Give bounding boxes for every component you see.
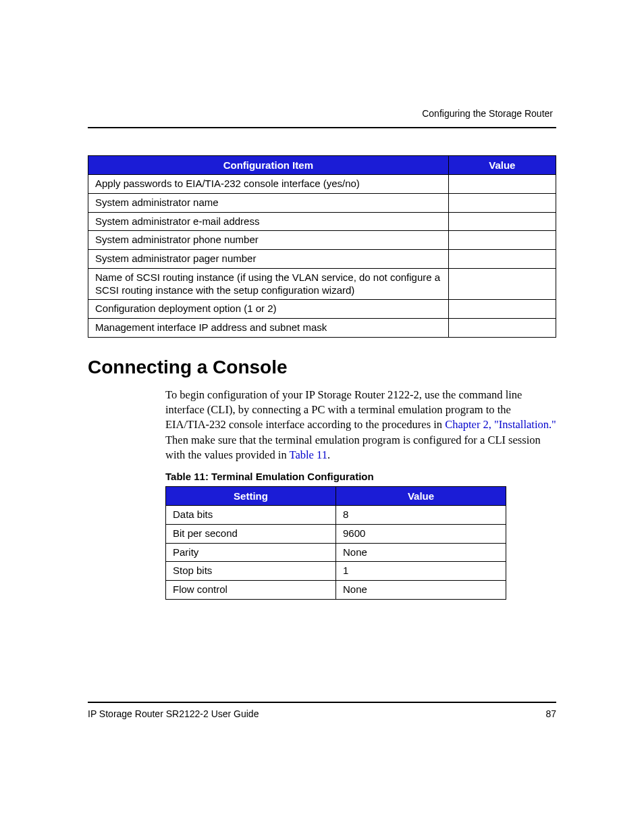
config-table-header-item: Configuration Item <box>88 156 449 175</box>
terminal-table-header-value: Value <box>336 487 506 506</box>
config-item-cell: System administrator name <box>88 193 449 212</box>
terminal-value-cell: 9600 <box>336 524 506 543</box>
terminal-value-cell: 8 <box>336 506 506 525</box>
terminal-value-cell: None <box>336 581 506 600</box>
table-row: Bit per second9600 <box>166 524 506 543</box>
config-value-cell <box>448 175 556 194</box>
terminal-setting-cell: Data bits <box>166 506 336 525</box>
terminal-setting-cell: Bit per second <box>166 524 336 543</box>
footer-page-number: 87 <box>545 708 556 719</box>
config-value-cell <box>448 231 556 250</box>
config-value-cell <box>448 319 556 338</box>
config-item-cell: Name of SCSI routing instance (if using … <box>88 268 449 300</box>
config-value-cell <box>448 300 556 319</box>
table-row: System administrator phone number <box>88 231 556 250</box>
config-item-cell: System administrator pager number <box>88 250 449 269</box>
table-row: Name of SCSI routing instance (if using … <box>88 268 556 300</box>
config-item-cell: Configuration deployment option (1 or 2) <box>88 300 449 319</box>
terminal-emulation-table: Setting Value Data bits8 Bit per second9… <box>165 486 506 600</box>
config-value-cell <box>448 268 556 300</box>
body-paragraph: To begin configuration of your IP Storag… <box>165 388 556 463</box>
table-row: Data bits8 <box>166 506 506 525</box>
footer-rule <box>88 702 556 703</box>
table-row: Flow controlNone <box>166 581 506 600</box>
terminal-table-header-setting: Setting <box>166 487 336 506</box>
terminal-setting-cell: Parity <box>166 543 336 562</box>
table-row: Stop bits1 <box>166 562 506 581</box>
link-chapter-2[interactable]: Chapter 2, "Installation." <box>445 418 556 431</box>
config-item-cell: System administrator e-mail address <box>88 212 449 231</box>
table-row: System administrator pager number <box>88 250 556 269</box>
table-row: Configuration deployment option (1 or 2) <box>88 300 556 319</box>
terminal-setting-cell: Flow control <box>166 581 336 600</box>
config-item-cell: Apply passwords to EIA/TIA-232 console i… <box>88 175 449 194</box>
configuration-item-table: Configuration Item Value Apply passwords… <box>88 155 556 338</box>
table-row: Management interface IP address and subn… <box>88 319 556 338</box>
terminal-value-cell: 1 <box>336 562 506 581</box>
para-text: . <box>327 448 330 461</box>
table-caption: Table 11: Terminal Emulation Configurati… <box>165 471 556 482</box>
link-table-11[interactable]: Table 11 <box>289 448 327 461</box>
section-heading: Connecting a Console <box>88 357 556 378</box>
config-value-cell <box>448 193 556 212</box>
running-header: Configuring the Storage Router <box>88 108 556 119</box>
config-value-cell <box>448 250 556 269</box>
terminal-setting-cell: Stop bits <box>166 562 336 581</box>
header-rule <box>88 127 556 128</box>
table-row: System administrator name <box>88 193 556 212</box>
table-row: Apply passwords to EIA/TIA-232 console i… <box>88 175 556 194</box>
table-row: System administrator e-mail address <box>88 212 556 231</box>
page-footer: IP Storage Router SR2122-2 User Guide 87 <box>88 702 556 719</box>
footer-doc-title: IP Storage Router SR2122-2 User Guide <box>88 708 259 719</box>
config-table-header-value: Value <box>448 156 556 175</box>
config-value-cell <box>448 212 556 231</box>
para-text: Then make sure that the terminal emulati… <box>165 434 541 461</box>
terminal-value-cell: None <box>336 543 506 562</box>
config-item-cell: System administrator phone number <box>88 231 449 250</box>
config-item-cell: Management interface IP address and subn… <box>88 319 449 338</box>
table-row: ParityNone <box>166 543 506 562</box>
